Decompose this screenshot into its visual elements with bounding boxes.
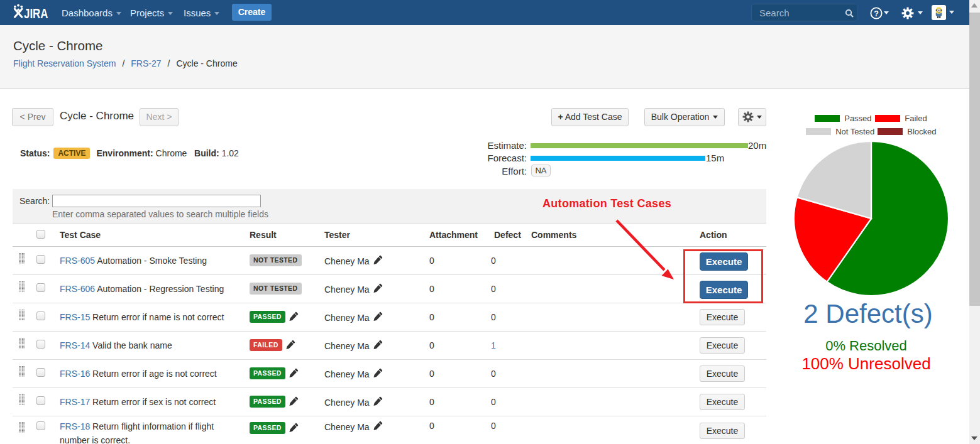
svg-text:JIRA: JIRA	[24, 6, 48, 21]
svg-text:?: ?	[874, 9, 879, 18]
